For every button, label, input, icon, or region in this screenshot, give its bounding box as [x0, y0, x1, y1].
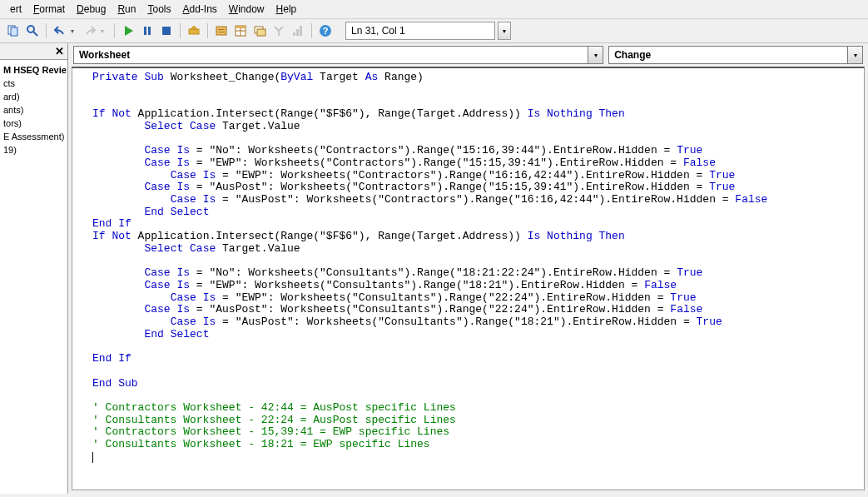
svg-rect-10 [216, 27, 226, 35]
menu-help[interactable]: Help [271, 2, 302, 17]
menu-format[interactable]: Format [28, 2, 70, 17]
svg-rect-6 [148, 27, 151, 35]
svg-rect-5 [144, 27, 146, 35]
tree-item[interactable]: ard) [3, 90, 66, 103]
menu-window[interactable]: Window [224, 2, 270, 17]
browser-icon[interactable] [251, 22, 268, 39]
toolbar: ▾ ▾ ? ▾ [0, 19, 868, 43]
close-icon[interactable]: ✕ [55, 45, 64, 57]
redo-icon [82, 22, 98, 39]
properties-icon[interactable] [232, 22, 249, 39]
svg-point-2 [27, 26, 34, 32]
svg-rect-21 [300, 26, 302, 36]
tree-item[interactable]: E Assessment) [3, 130, 66, 143]
break-icon[interactable] [139, 22, 156, 39]
priority-icon [290, 22, 306, 39]
procedure-dropdown[interactable] [608, 46, 848, 64]
tree-item[interactable]: M HSEQ Revie [3, 63, 66, 77]
menu-add-ins[interactable]: Add-Ins [177, 2, 221, 17]
menu-tools[interactable]: Tools [142, 2, 176, 17]
cursor-position [345, 22, 495, 40]
svg-rect-18 [257, 29, 265, 36]
project-icon[interactable] [213, 22, 230, 39]
svg-rect-7 [162, 27, 171, 35]
menu-debug[interactable]: Debug [72, 2, 111, 17]
svg-rect-12 [218, 32, 225, 32]
svg-rect-20 [296, 29, 299, 36]
chevron-down-icon[interactable]: ▾ [848, 46, 863, 64]
code-editor[interactable]: Private Sub Worksheet_Change(ByVal Targe… [72, 67, 865, 490]
svg-rect-11 [218, 29, 225, 30]
project-explorer-header: ✕ [0, 43, 67, 60]
cursor-dropdown-icon[interactable]: ▾ [498, 22, 511, 40]
menubar[interactable]: ertFormatDebugRunToolsAdd-InsWindowHelp [0, 0, 868, 19]
menu-run[interactable]: Run [112, 2, 141, 17]
tree-item[interactable]: cts [3, 77, 66, 90]
svg-marker-9 [191, 26, 197, 29]
svg-rect-14 [236, 26, 246, 28]
find-icon[interactable] [24, 22, 41, 39]
svg-rect-1 [11, 27, 17, 36]
svg-rect-8 [189, 29, 199, 34]
help-icon[interactable]: ? [317, 22, 334, 39]
svg-rect-19 [293, 32, 295, 36]
run-icon[interactable] [120, 22, 136, 39]
svg-line-3 [33, 32, 37, 36]
object-procedure-dropdowns: ▾ ▾ [68, 43, 868, 67]
copy-icon[interactable] [5, 22, 22, 39]
svg-marker-4 [125, 26, 133, 36]
reset-icon[interactable] [158, 22, 175, 39]
redo-dropdown-icon: ▾ [101, 27, 109, 35]
chevron-down-icon[interactable]: ▾ [588, 46, 603, 64]
design-icon[interactable] [186, 22, 202, 39]
svg-text:?: ? [323, 26, 329, 36]
undo-icon[interactable] [52, 22, 68, 39]
tree-item[interactable]: tors) [3, 117, 66, 130]
project-explorer[interactable]: ✕ M HSEQ Reviectsard)ants)tors)E Assessm… [0, 43, 68, 494]
tree-item[interactable]: 19) [3, 143, 66, 157]
tree-item[interactable]: ants) [3, 103, 66, 117]
object-dropdown[interactable] [73, 46, 588, 64]
toolbox-icon [270, 22, 287, 39]
menu-ert[interactable]: ert [5, 2, 27, 17]
undo-dropdown-icon[interactable]: ▾ [71, 27, 79, 35]
